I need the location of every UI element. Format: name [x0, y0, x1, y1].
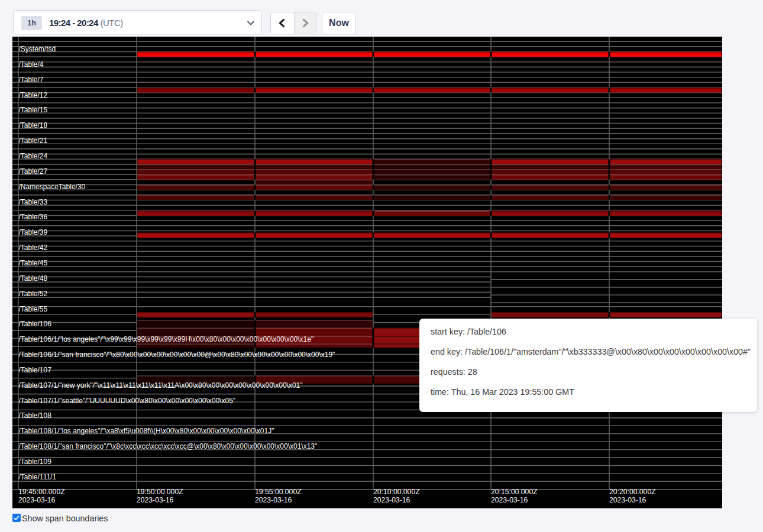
svg-text:2023-03-16: 2023-03-16	[609, 496, 646, 504]
svg-text:/Table/109: /Table/109	[19, 458, 52, 466]
svg-text:/Table/42: /Table/42	[19, 244, 48, 252]
svg-text:/Table/45: /Table/45	[19, 259, 48, 267]
svg-text:2023-03-16: 2023-03-16	[255, 496, 292, 504]
svg-text:/Table/108/1/"san francisco"/": /Table/108/1/"san francisco"/"\x8c\xcc\x…	[19, 442, 318, 450]
svg-text:/System/tsd: /System/tsd	[19, 45, 56, 53]
svg-text:20:15:00.000Z: 20:15:00.000Z	[491, 488, 538, 496]
svg-text:/Table/48: /Table/48	[19, 274, 48, 283]
svg-text:2023-03-16: 2023-03-16	[373, 496, 410, 504]
svg-text:19:50:00.000Z: 19:50:00.000Z	[137, 488, 183, 496]
svg-text:/Table/12: /Table/12	[19, 91, 48, 99]
svg-text:/Table/24: /Table/24	[19, 152, 48, 160]
svg-text:/Table/108/1/"los angeles"/"\x: /Table/108/1/"los angeles"/"\xa8\xf5\u00…	[19, 427, 274, 435]
svg-text:/Table/33: /Table/33	[19, 198, 48, 206]
svg-text:/NamespaceTable/30: /NamespaceTable/30	[19, 183, 86, 191]
svg-text:20:20:00.000Z: 20:20:00.000Z	[609, 488, 656, 496]
svg-text:/Table/108: /Table/108	[19, 411, 52, 420]
svg-text:2023-03-16: 2023-03-16	[18, 496, 56, 504]
svg-text:/Table/4: /Table/4	[19, 60, 44, 69]
svg-text:/Table/107/1/"new york"/"\x11\: /Table/107/1/"new york"/"\x11\x11\x11\x1…	[19, 381, 303, 390]
svg-text:19:55:00.000Z: 19:55:00.000Z	[255, 488, 302, 496]
svg-text:/Table/111/1: /Table/111/1	[19, 473, 57, 481]
svg-text:/Table/7: /Table/7	[19, 76, 44, 84]
svg-text:/Table/52: /Table/52	[19, 290, 48, 298]
svg-text:/Table/106: /Table/106	[19, 320, 52, 328]
svg-text:/Table/55: /Table/55	[19, 305, 48, 313]
svg-text:20:10:00.000Z: 20:10:00.000Z	[373, 488, 420, 496]
svg-text:/Table/36: /Table/36	[19, 213, 48, 221]
svg-text:/Table/107/1/"seattle"/"UUUUUU: /Table/107/1/"seattle"/"UUUUUUD\x00\x80\…	[19, 397, 236, 405]
svg-text:/Table/15: /Table/15	[19, 106, 48, 114]
svg-text:2023-03-16: 2023-03-16	[491, 496, 528, 504]
svg-text:/Table/107: /Table/107	[19, 366, 52, 374]
svg-text:/Table/106/1/"los angeles"/"\x: /Table/106/1/"los angeles"/"\x99\x99\x99…	[19, 335, 314, 343]
svg-text:/Table/27: /Table/27	[19, 167, 48, 176]
svg-text:/Table/21: /Table/21	[19, 137, 48, 145]
svg-text:/Table/39: /Table/39	[19, 228, 48, 236]
svg-text:/Table/106/1/"san francisco"/": /Table/106/1/"san francisco"/"\x80\x00\x…	[19, 351, 335, 359]
svg-text:19:45:00.000Z: 19:45:00.000Z	[18, 488, 65, 496]
svg-text:/Table/18: /Table/18	[19, 121, 48, 129]
svg-text:2023-03-16: 2023-03-16	[137, 496, 174, 504]
